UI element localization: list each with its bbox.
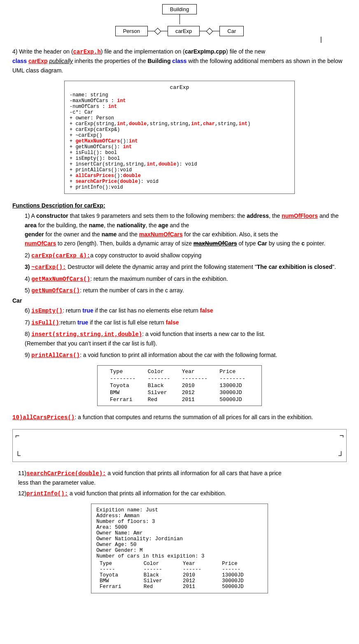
pi-r3-price: 50000JD bbox=[219, 584, 263, 590]
table1-col-price-header: Price bbox=[215, 368, 253, 375]
f2-func: carExp(carExp &): bbox=[31, 252, 90, 259]
uml-line-3: -numOfCars : int bbox=[70, 104, 289, 110]
corner-tl: ⌐ bbox=[15, 432, 20, 439]
carexp-label: carExp bbox=[175, 28, 192, 34]
f7-label: 7) bbox=[25, 319, 31, 326]
f1-c: c bbox=[301, 240, 305, 247]
uml-row: Person carExp Car bbox=[115, 26, 244, 36]
pi-line-4: Area: 5000 bbox=[96, 525, 263, 530]
f8-label: 8) bbox=[25, 331, 31, 337]
pi-r2-year: 2012 bbox=[180, 578, 219, 584]
table1-sep-3: -------- bbox=[178, 375, 216, 382]
intro-part2: ) file and the implementation on ( bbox=[101, 48, 185, 55]
f1-maxNumOfCars: maxNumOfCars bbox=[139, 231, 183, 238]
f1-text13: by using the bbox=[267, 240, 301, 247]
carexpimp: carExpImp.cpp bbox=[185, 48, 226, 55]
f6-text1: : return bbox=[63, 307, 82, 314]
f3-text2: ". bbox=[332, 264, 336, 270]
f2-text: a copy constructor to avoid shallow copy… bbox=[90, 252, 201, 259]
pi-col-price-header: Price bbox=[219, 561, 263, 567]
pi-line-3: Number of floors: 3 bbox=[96, 519, 263, 525]
f12-label: 12) bbox=[18, 490, 26, 497]
f5-func: getNumOfCars() bbox=[31, 287, 80, 294]
pi-sep-4: ------ bbox=[219, 567, 263, 572]
table1: Type Color Year Price -------- ------- -… bbox=[106, 368, 253, 403]
uml-line-1: -name: string bbox=[70, 92, 289, 98]
table1-container: Type Color Year Price -------- ------- -… bbox=[12, 362, 347, 409]
f1-text5: , the bbox=[104, 222, 117, 229]
building-box: Building bbox=[162, 4, 197, 14]
carexp-box: carExp bbox=[168, 26, 200, 36]
f10-label-func: 10)allCarsPrices() bbox=[12, 414, 75, 421]
bottom-pipe-container: | bbox=[12, 36, 347, 43]
pi-r3-color: Red bbox=[140, 584, 180, 590]
uml-line-9: + getMaxNumOfCars():int bbox=[70, 138, 289, 144]
function-3: 3) ~carExp(): Destructor will delete the… bbox=[25, 262, 347, 272]
f11-text2: less than the parameter value. bbox=[18, 479, 96, 486]
f5-label: 5) bbox=[25, 287, 31, 294]
diamond-left bbox=[154, 28, 161, 35]
uml-line-16: + searchCarPrice(double): void bbox=[70, 179, 289, 184]
f1-address: address bbox=[247, 212, 269, 219]
f8-func: insert(string,string,int,double) bbox=[31, 331, 142, 338]
uml-line-2: -maxNumOfCars : int bbox=[70, 98, 289, 104]
pi-line-1: Exipition name: Just bbox=[96, 507, 263, 513]
pi-row-1: Toyota Black 2010 13000JD bbox=[96, 572, 263, 578]
pi-line-9: Number of cars in this exipition: 3 bbox=[96, 553, 263, 559]
f1-text8: for the owner and the bbox=[44, 231, 102, 238]
f1-keyword: constructor bbox=[36, 212, 68, 219]
pi-line-8: Owner Gender: M bbox=[96, 548, 263, 553]
intro-paragraph: 4) Write the header on (carExp.h) file a… bbox=[12, 47, 347, 75]
f1-age: age bbox=[159, 222, 168, 229]
table1-sep-2: ------- bbox=[144, 375, 178, 382]
table1-r1-color: Black bbox=[144, 382, 178, 389]
f1-Car: Car bbox=[257, 240, 267, 247]
f6-label: 6) bbox=[25, 307, 31, 314]
f6-true: true bbox=[82, 307, 93, 314]
person-box: Person bbox=[115, 26, 148, 36]
f1-text9: and the bbox=[117, 231, 139, 238]
printinfo-container: Exipition name: Just Address: Amman Numb… bbox=[12, 500, 347, 597]
uml-line-8: + ~carExp() bbox=[70, 133, 289, 138]
f2-label: 2) bbox=[25, 252, 31, 259]
function-12: 12)printInfo(): a void function that pri… bbox=[18, 489, 347, 498]
pi-line-6: Owner Nationality: Jordinian bbox=[96, 536, 263, 542]
f1-name: name bbox=[89, 222, 104, 229]
uml-line-13: + insertCar(string,string,int,double): v… bbox=[70, 161, 289, 167]
pi-col-type-header: Type bbox=[96, 561, 140, 567]
car-label: Car bbox=[227, 28, 236, 34]
table1-r2-type: BMW bbox=[106, 389, 144, 396]
uml-class-box: carExp -name: string -maxNumOfCars : int… bbox=[64, 81, 295, 194]
f7-func: isFull() bbox=[31, 320, 59, 326]
table1-row-2: BMW Silver 2012 30000JD bbox=[106, 389, 253, 396]
corner-tr: ¬ bbox=[339, 432, 344, 439]
connector-right bbox=[200, 29, 219, 34]
pipe-symbol: | bbox=[320, 36, 322, 43]
f7-false: false bbox=[166, 319, 179, 326]
table1-col-type-header: Type bbox=[106, 368, 144, 375]
pi-r1-year: 2010 bbox=[180, 572, 219, 578]
table1-r1-type: Toyota bbox=[106, 382, 144, 389]
inherits: inherits the properties of the bbox=[73, 58, 147, 64]
table1-r1-year: 2010 bbox=[178, 382, 216, 389]
f11-text1: a void function that prints all informat… bbox=[106, 470, 281, 476]
function-10: 10)allCarsPrices(): a function that comp… bbox=[12, 413, 347, 422]
pi-r2-price: 30000JD bbox=[219, 578, 263, 584]
class2: class bbox=[172, 58, 186, 64]
person-label: Person bbox=[123, 28, 140, 34]
printinfo-box: Exipition name: Just Address: Amman Numb… bbox=[91, 504, 268, 593]
diamond-right bbox=[206, 28, 213, 35]
f1-text1: that takes 9 parameters and sets them to… bbox=[68, 212, 247, 219]
pi-r1-color: Black bbox=[140, 572, 180, 578]
table1-r3-price: 50000JD bbox=[215, 396, 253, 403]
f1-text12: of type bbox=[237, 240, 258, 247]
function-8: 8) insert(string,string,int,double): a v… bbox=[25, 329, 347, 348]
uml-line-15: + allCarsPrices():double bbox=[70, 173, 289, 179]
f7-true: true bbox=[77, 319, 88, 326]
f3-func: ~carExp(): bbox=[31, 264, 66, 271]
car-box: Car bbox=[219, 26, 244, 36]
class-label: class bbox=[12, 58, 27, 64]
pi-line-5: Owner Name: Amr bbox=[96, 530, 263, 536]
f3-bold: The car exhibition is closed bbox=[257, 264, 333, 270]
f1-text4: for the building, the bbox=[37, 222, 89, 229]
